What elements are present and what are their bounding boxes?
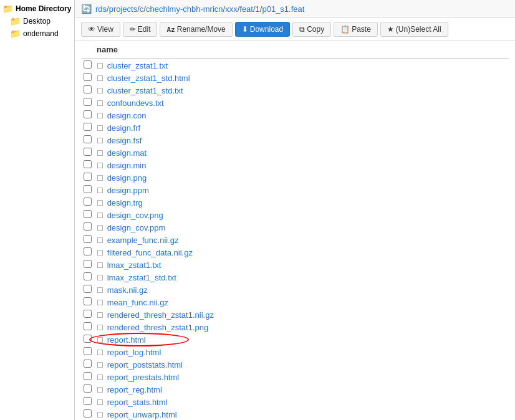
table-row[interactable]: ☐ rendered_thresh_zstat1.png bbox=[81, 321, 509, 333]
file-link[interactable]: lmax_zstat1_std.txt bbox=[107, 273, 176, 282]
edit-button[interactable]: ✏ Edit bbox=[123, 22, 158, 37]
table-row[interactable]: ☐ report_log.html bbox=[81, 346, 509, 358]
file-link[interactable]: cluster_zstat1.txt bbox=[107, 61, 168, 70]
file-link[interactable]: confoundevs.txt bbox=[107, 98, 164, 108]
file-checkbox[interactable] bbox=[84, 98, 92, 106]
table-row[interactable]: ☐ report.html bbox=[81, 333, 509, 346]
breadcrumb-link-part[interactable]: projects bbox=[109, 4, 138, 14]
table-row[interactable]: ☐ report_poststats.html bbox=[81, 358, 509, 371]
file-checkbox[interactable] bbox=[84, 247, 92, 255]
table-row[interactable]: ☐ rendered_thresh_zstat1.nii.gz bbox=[81, 308, 509, 321]
table-row[interactable]: ☐ design.png bbox=[81, 171, 509, 184]
table-row[interactable]: ☐ mask.nii.gz bbox=[81, 284, 509, 296]
file-link[interactable]: design_cov.ppm bbox=[107, 223, 166, 232]
file-checkbox[interactable] bbox=[84, 384, 92, 393]
file-link[interactable]: design.mat bbox=[107, 148, 147, 158]
file-link[interactable]: design.png bbox=[107, 173, 147, 183]
file-checkbox[interactable] bbox=[84, 285, 92, 293]
file-link[interactable]: design.frf bbox=[107, 123, 140, 133]
file-checkbox[interactable] bbox=[84, 135, 92, 143]
table-row[interactable]: ☐ design.trg bbox=[81, 196, 509, 209]
file-link[interactable]: design.trg bbox=[107, 198, 143, 208]
table-row[interactable]: ☐ design_cov.png bbox=[81, 209, 509, 221]
file-link[interactable]: cluster_zstat1_std.html bbox=[107, 74, 190, 83]
breadcrumb-link-part[interactable]: xxx bbox=[225, 4, 238, 14]
breadcrumb-link-part[interactable]: c bbox=[140, 4, 144, 14]
table-row[interactable]: ☐ mean_func.nii.gz bbox=[81, 296, 509, 308]
file-link[interactable]: report_reg.html bbox=[107, 385, 162, 394]
file-checkbox[interactable] bbox=[84, 347, 92, 355]
file-link[interactable]: design.con bbox=[107, 111, 147, 120]
file-link[interactable]: design.fsf bbox=[107, 136, 142, 145]
file-link[interactable]: filtered_func_data.nii.gz bbox=[107, 248, 193, 257]
file-link[interactable]: rendered_thresh_zstat1.png bbox=[107, 323, 209, 332]
file-checkbox[interactable] bbox=[84, 198, 92, 206]
table-row[interactable]: ☐ design.fsf bbox=[81, 134, 509, 146]
sidebar-item-home-directory[interactable]: 📁 Home Directory bbox=[0, 2, 74, 15]
table-row[interactable]: ☐ cluster_zstat1.txt bbox=[81, 59, 509, 72]
file-link[interactable]: report_prestats.html bbox=[107, 373, 180, 382]
file-checkbox[interactable] bbox=[84, 173, 92, 181]
file-link[interactable]: cluster_zstat1_std.txt bbox=[107, 86, 183, 95]
table-row[interactable]: ☐ cluster_zstat1_std.html bbox=[81, 72, 509, 84]
file-link[interactable]: design.min bbox=[107, 161, 147, 170]
file-checkbox[interactable] bbox=[84, 372, 92, 380]
breadcrumb-link-part[interactable]: rds bbox=[95, 4, 107, 14]
file-checkbox[interactable] bbox=[84, 110, 92, 118]
table-row[interactable]: ☐ lmax_zstat1_std.txt bbox=[81, 271, 509, 284]
table-row[interactable]: ☐ report_reg.html bbox=[81, 383, 509, 396]
file-checkbox[interactable] bbox=[84, 322, 92, 330]
table-row[interactable]: ☐ design.min bbox=[81, 159, 509, 171]
copy-button[interactable]: ⧉ Copy bbox=[292, 22, 331, 37]
table-row[interactable]: ☐ design.frf bbox=[81, 122, 509, 134]
select-all-button[interactable]: ★ (Un)Select All bbox=[380, 22, 448, 37]
file-link[interactable]: design.ppm bbox=[107, 186, 149, 195]
file-link[interactable]: report_unwarp.html bbox=[107, 410, 177, 419]
file-checkbox[interactable] bbox=[84, 409, 92, 418]
paste-button[interactable]: 📋 Paste bbox=[334, 22, 378, 37]
table-row[interactable]: ☐ design.ppm bbox=[81, 184, 509, 196]
file-checkbox[interactable] bbox=[84, 85, 92, 93]
table-row[interactable]: ☐ lmax_zstat1.txt bbox=[81, 259, 509, 271]
table-row[interactable]: ☐ confoundevs.txt bbox=[81, 97, 509, 109]
table-row[interactable]: ☐ design_cov.ppm bbox=[81, 221, 509, 234]
table-row[interactable]: ☐ report_stats.html bbox=[81, 396, 509, 408]
file-link[interactable]: mask.nii.gz bbox=[107, 285, 148, 295]
breadcrumb-link-part[interactable]: 1 bbox=[256, 4, 260, 14]
table-row[interactable]: ☐ design.mat bbox=[81, 146, 509, 159]
breadcrumb-link-part[interactable]: feat bbox=[239, 4, 253, 14]
breadcrumb-link-part[interactable]: p01_s1.feat bbox=[262, 4, 304, 14]
file-link[interactable]: mean_func.nii.gz bbox=[107, 298, 168, 307]
file-checkbox[interactable] bbox=[84, 360, 92, 368]
table-row[interactable]: ☐ example_func.nii.gz bbox=[81, 234, 509, 246]
rename-button[interactable]: Az Rename/Move bbox=[160, 22, 232, 37]
download-button[interactable]: ⬇ Download bbox=[235, 22, 290, 37]
file-link[interactable]: report_stats.html bbox=[107, 398, 168, 407]
file-link[interactable]: rendered_thresh_zstat1.nii.gz bbox=[107, 310, 214, 320]
file-link[interactable]: lmax_zstat1.txt bbox=[107, 260, 161, 270]
file-checkbox[interactable] bbox=[84, 310, 92, 318]
table-row[interactable]: ☐ design.con bbox=[81, 109, 509, 122]
sidebar-item-ondemand[interactable]: 📁 ondemand bbox=[0, 27, 74, 40]
file-checkbox[interactable] bbox=[84, 210, 92, 218]
table-row[interactable]: ☐ cluster_zstat1_std.txt bbox=[81, 84, 509, 97]
file-link[interactable]: report_poststats.html bbox=[107, 360, 183, 370]
file-checkbox[interactable] bbox=[84, 335, 92, 343]
file-checkbox[interactable] bbox=[84, 148, 92, 156]
table-row[interactable]: ☐ filtered_func_data.nii.gz bbox=[81, 246, 509, 259]
file-checkbox[interactable] bbox=[84, 185, 92, 193]
file-checkbox[interactable] bbox=[84, 123, 92, 131]
file-checkbox[interactable] bbox=[84, 60, 92, 69]
breadcrumb-link-part[interactable]: chechlmy-chbh-mricn bbox=[146, 4, 223, 14]
file-checkbox[interactable] bbox=[84, 297, 92, 305]
sidebar-item-desktop[interactable]: 📁 Desktop bbox=[0, 15, 74, 27]
view-button[interactable]: 👁 View bbox=[81, 22, 120, 37]
file-link[interactable]: design_cov.png bbox=[107, 211, 163, 220]
file-checkbox[interactable] bbox=[84, 260, 92, 268]
file-checkbox[interactable] bbox=[84, 222, 92, 231]
file-link[interactable]: report.html bbox=[107, 335, 146, 345]
file-checkbox[interactable] bbox=[84, 73, 92, 81]
file-checkbox[interactable] bbox=[84, 272, 92, 280]
file-checkbox[interactable] bbox=[84, 160, 92, 168]
table-row[interactable]: ☐ report_prestats.html bbox=[81, 371, 509, 383]
